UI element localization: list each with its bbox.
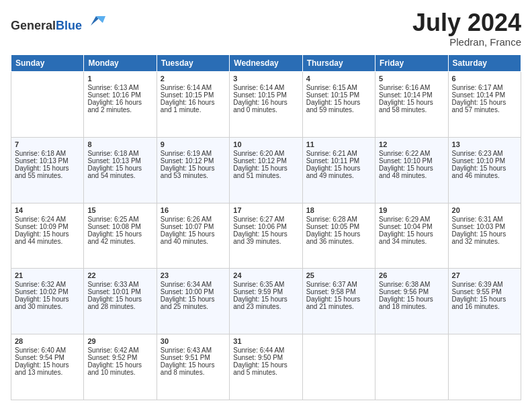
- day-number: 23: [161, 271, 226, 279]
- calendar-cell-4-2: 22 Sunrise: 6:33 AM Sunset: 10:01 PM Day…: [84, 269, 157, 334]
- title-area: July 2024 Pledran, France: [412, 11, 521, 48]
- sunset: Sunset: 10:02 PM: [15, 288, 69, 295]
- sunset: Sunset: 10:13 PM: [15, 157, 69, 165]
- calendar-cell-5-6: [375, 334, 448, 400]
- sunset: Sunset: 10:04 PM: [379, 223, 433, 230]
- calendar-cell-2-2: 8 Sunrise: 6:18 AM Sunset: 10:13 PM Dayl…: [84, 137, 157, 203]
- calendar-week-row-2: 7 Sunrise: 6:18 AM Sunset: 10:13 PM Dayl…: [11, 137, 521, 203]
- sunrise: Sunrise: 6:38 AM: [379, 281, 430, 288]
- daylight: Daylight: 15 hours and 18 minutes.: [379, 295, 433, 310]
- header-friday: Friday: [375, 55, 448, 72]
- daylight: Daylight: 15 hours and 28 minutes.: [87, 295, 142, 310]
- day-number: 20: [452, 206, 517, 214]
- daylight: Daylight: 15 hours and 36 minutes.: [306, 230, 361, 245]
- calendar-cell-1-1: [11, 72, 84, 138]
- daylight: Daylight: 15 hours and 30 minutes.: [15, 295, 69, 310]
- sunrise: Sunrise: 6:23 AM: [452, 150, 503, 157]
- sunset: Sunset: 10:15 PM: [233, 91, 287, 99]
- daylight: Daylight: 15 hours and 16 minutes.: [452, 295, 506, 310]
- daylight: Daylight: 15 hours and 25 minutes.: [161, 295, 215, 310]
- sunset: Sunset: 10:15 PM: [161, 91, 214, 99]
- calendar-cell-4-6: 26 Sunrise: 6:38 AM Sunset: 9:56 PM Dayl…: [375, 269, 448, 334]
- daylight: Daylight: 15 hours and 13 minutes.: [15, 361, 69, 376]
- calendar-cell-4-7: 27 Sunrise: 6:39 AM Sunset: 9:55 PM Dayl…: [448, 269, 521, 334]
- sunrise: Sunrise: 6:39 AM: [452, 281, 503, 288]
- daylight: Daylight: 15 hours and 49 minutes.: [306, 165, 361, 179]
- calendar-cell-5-7: [448, 334, 521, 400]
- calendar-cell-3-5: 18 Sunrise: 6:28 AM Sunset: 10:05 PM Day…: [302, 203, 375, 269]
- calendar-cell-5-5: [302, 334, 375, 400]
- daylight: Daylight: 15 hours and 23 minutes.: [233, 295, 287, 310]
- day-number: 21: [15, 271, 80, 279]
- sunrise: Sunrise: 6:42 AM: [87, 347, 138, 354]
- sunrise: Sunrise: 6:43 AM: [161, 347, 212, 354]
- calendar-cell-2-3: 9 Sunrise: 6:19 AM Sunset: 10:12 PM Dayl…: [157, 137, 229, 203]
- calendar-cell-2-6: 12 Sunrise: 6:22 AM Sunset: 10:10 PM Day…: [375, 137, 448, 203]
- sunset: Sunset: 10:07 PM: [161, 223, 214, 230]
- sunset: Sunset: 10:11 PM: [306, 157, 360, 165]
- sunset: Sunset: 9:55 PM: [452, 288, 502, 295]
- day-number: 14: [15, 206, 80, 214]
- calendar-cell-5-1: 28 Sunrise: 6:40 AM Sunset: 9:54 PM Dayl…: [11, 334, 84, 400]
- day-number: 18: [306, 206, 371, 214]
- day-number: 12: [379, 140, 444, 148]
- calendar-cell-2-1: 7 Sunrise: 6:18 AM Sunset: 10:13 PM Dayl…: [11, 137, 84, 203]
- daylight: Daylight: 15 hours and 53 minutes.: [161, 165, 215, 179]
- sunrise: Sunrise: 6:17 AM: [452, 84, 503, 91]
- sunset: Sunset: 10:16 PM: [87, 91, 141, 99]
- sunset: Sunset: 10:12 PM: [233, 157, 287, 165]
- header-wednesday: Wednesday: [230, 55, 302, 72]
- daylight: Daylight: 15 hours and 8 minutes.: [161, 361, 215, 376]
- calendar-cell-2-5: 11 Sunrise: 6:21 AM Sunset: 10:11 PM Day…: [302, 137, 375, 203]
- sunrise: Sunrise: 6:20 AM: [233, 150, 284, 157]
- day-number: 15: [87, 206, 152, 214]
- sunset: Sunset: 10:06 PM: [233, 223, 287, 230]
- logo-icon: [87, 11, 105, 30]
- calendar-table: Sunday Monday Tuesday Wednesday Thursday…: [11, 54, 521, 400]
- sunset: Sunset: 9:50 PM: [233, 354, 283, 361]
- calendar-week-row-5: 28 Sunrise: 6:40 AM Sunset: 9:54 PM Dayl…: [11, 334, 521, 400]
- sunrise: Sunrise: 6:27 AM: [233, 216, 284, 223]
- day-number: 1: [87, 75, 152, 83]
- sunset: Sunset: 10:12 PM: [161, 157, 214, 165]
- sunrise: Sunrise: 6:35 AM: [233, 281, 284, 288]
- sunrise: Sunrise: 6:40 AM: [15, 347, 66, 354]
- sunrise: Sunrise: 6:34 AM: [161, 281, 212, 288]
- day-number: 2: [161, 75, 226, 83]
- page-header: GeneralBlue July 2024 Pledran, France: [11, 11, 521, 48]
- sunset: Sunset: 9:58 PM: [306, 288, 356, 295]
- sunrise: Sunrise: 6:21 AM: [306, 150, 357, 157]
- daylight: Daylight: 15 hours and 59 minutes.: [306, 99, 361, 113]
- day-number: 5: [379, 75, 444, 83]
- day-number: 10: [233, 140, 298, 148]
- sunset: Sunset: 9:52 PM: [87, 354, 137, 361]
- daylight: Daylight: 16 hours and 0 minutes.: [233, 99, 287, 113]
- sunset: Sunset: 10:05 PM: [306, 223, 360, 230]
- sunset: Sunset: 10:01 PM: [87, 288, 141, 295]
- daylight: Daylight: 15 hours and 44 minutes.: [15, 230, 69, 245]
- daylight: Daylight: 15 hours and 10 minutes.: [87, 361, 142, 376]
- day-number: 26: [379, 271, 444, 279]
- daylight: Daylight: 15 hours and 21 minutes.: [306, 295, 361, 310]
- daylight: Daylight: 15 hours and 51 minutes.: [233, 165, 287, 179]
- sunrise: Sunrise: 6:13 AM: [87, 84, 138, 91]
- calendar-cell-1-5: 4 Sunrise: 6:15 AM Sunset: 10:15 PM Dayl…: [302, 72, 375, 138]
- sunset: Sunset: 9:51 PM: [161, 354, 210, 361]
- calendar-cell-4-1: 21 Sunrise: 6:32 AM Sunset: 10:02 PM Day…: [11, 269, 84, 334]
- calendar-cell-1-4: 3 Sunrise: 6:14 AM Sunset: 10:15 PM Dayl…: [230, 72, 302, 138]
- header-saturday: Saturday: [448, 55, 521, 72]
- header-tuesday: Tuesday: [157, 55, 229, 72]
- month-title: July 2024: [412, 11, 521, 35]
- calendar-cell-4-5: 25 Sunrise: 6:37 AM Sunset: 9:58 PM Dayl…: [302, 269, 375, 334]
- sunrise: Sunrise: 6:19 AM: [161, 150, 212, 157]
- day-number: 9: [161, 140, 226, 148]
- day-number: 7: [15, 140, 80, 148]
- day-number: 11: [306, 140, 371, 148]
- sunrise: Sunrise: 6:28 AM: [306, 216, 357, 223]
- calendar-cell-5-2: 29 Sunrise: 6:42 AM Sunset: 9:52 PM Dayl…: [84, 334, 157, 400]
- calendar-week-row-3: 14 Sunrise: 6:24 AM Sunset: 10:09 PM Day…: [11, 203, 521, 269]
- sunset: Sunset: 10:13 PM: [87, 157, 141, 165]
- day-number: 25: [306, 271, 371, 279]
- calendar-week-row-1: 1 Sunrise: 6:13 AM Sunset: 10:16 PM Dayl…: [11, 72, 521, 138]
- day-number: 30: [161, 337, 226, 345]
